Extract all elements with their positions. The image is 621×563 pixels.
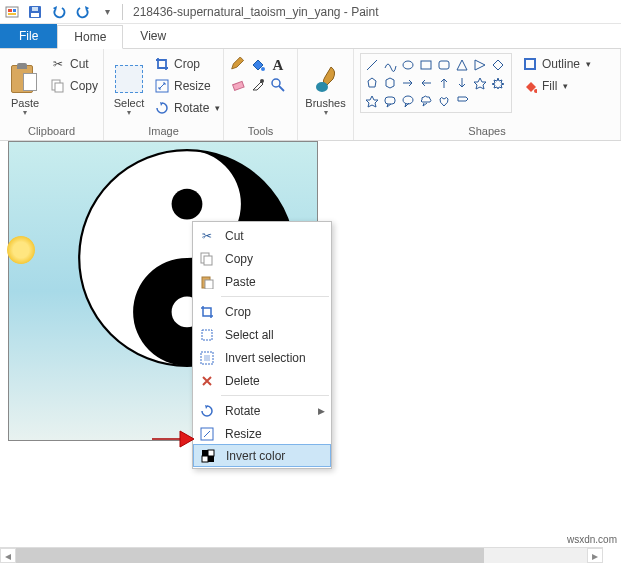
copy-icon — [50, 78, 66, 94]
ctx-crop[interactable]: Crop — [193, 300, 331, 323]
svg-rect-16 — [421, 61, 431, 69]
tab-home[interactable]: Home — [57, 25, 123, 49]
svg-rect-11 — [233, 81, 244, 90]
select-icon — [115, 65, 143, 93]
save-button[interactable] — [24, 2, 46, 22]
outline-button[interactable]: Outline▾ — [518, 53, 595, 74]
outline-icon — [522, 56, 538, 72]
rotate-icon — [197, 403, 217, 419]
group-tools: Tools — [230, 123, 291, 140]
svg-point-13 — [272, 79, 280, 87]
ctx-cut[interactable]: ✂ Cut — [193, 224, 331, 247]
svg-rect-34 — [208, 450, 214, 456]
ctx-delete[interactable]: Delete — [193, 369, 331, 392]
svg-rect-29 — [202, 330, 212, 340]
svg-rect-36 — [208, 456, 214, 462]
rotate-icon — [154, 100, 170, 116]
crop-button[interactable]: Crop — [150, 53, 224, 74]
paste-button[interactable]: Paste ▾ — [6, 53, 44, 119]
group-clipboard: Clipboard — [6, 123, 97, 140]
svg-point-12 — [260, 79, 264, 83]
ctx-invert-selection[interactable]: Invert selection — [193, 346, 331, 369]
svg-point-23 — [172, 189, 203, 220]
ctx-paste[interactable]: Paste — [193, 270, 331, 293]
watermark: wsxdn.com — [567, 534, 617, 545]
rotate-button[interactable]: Rotate▾ — [150, 97, 224, 118]
qat-customize[interactable]: ▾ — [96, 2, 118, 22]
svg-point-14 — [316, 82, 328, 92]
redo-button[interactable] — [72, 2, 94, 22]
ctx-select-all[interactable]: Select all — [193, 323, 331, 346]
annotation-arrow — [150, 427, 196, 451]
text-icon[interactable]: A — [270, 57, 286, 73]
svg-point-10 — [261, 67, 265, 71]
scissors-icon: ✂ — [197, 228, 217, 244]
window-title: 218436-supernatural_taoism_yin_yang - Pa… — [133, 5, 379, 19]
context-menu: ✂ Cut Copy Paste Crop Select all Invert … — [192, 221, 332, 469]
magnifier-icon[interactable] — [270, 77, 286, 93]
fill-button[interactable]: Fill▾ — [518, 75, 595, 96]
ctx-resize[interactable]: Resize — [193, 422, 331, 445]
svg-rect-33 — [202, 450, 208, 456]
select-all-icon — [197, 327, 217, 343]
crop-icon — [154, 56, 170, 72]
svg-rect-28 — [205, 280, 213, 289]
svg-rect-26 — [204, 256, 212, 265]
ctx-invert-color[interactable]: Invert color — [193, 444, 331, 467]
tab-view[interactable]: View — [123, 24, 183, 48]
svg-point-15 — [403, 61, 413, 69]
resize-icon — [154, 78, 170, 94]
svg-rect-20 — [525, 59, 535, 69]
ctx-rotate[interactable]: Rotate ▶ — [193, 399, 331, 422]
scroll-left-button[interactable]: ◂ — [0, 548, 16, 563]
eraser-icon[interactable] — [230, 77, 246, 93]
svg-rect-8 — [55, 83, 63, 92]
select-button[interactable]: Select ▾ — [110, 53, 148, 119]
scroll-right-button[interactable]: ▸ — [587, 548, 603, 563]
scissors-icon: ✂ — [50, 56, 66, 72]
bucket-icon[interactable] — [250, 57, 266, 73]
invert-color-icon — [198, 448, 218, 464]
delete-icon — [197, 373, 217, 389]
copy-icon — [197, 251, 217, 267]
scroll-thumb[interactable] — [16, 548, 484, 563]
paste-icon — [197, 274, 217, 290]
svg-point-21 — [534, 89, 537, 93]
submenu-arrow-icon: ▶ — [318, 406, 325, 416]
svg-rect-35 — [202, 456, 208, 462]
fill-icon — [522, 78, 538, 94]
shapes-gallery[interactable] — [360, 53, 512, 113]
picker-icon[interactable] — [250, 77, 266, 93]
brush-icon — [311, 63, 341, 95]
crop-icon — [197, 304, 217, 320]
svg-rect-31 — [204, 355, 210, 361]
copy-button[interactable]: Copy — [46, 75, 102, 96]
pencil-icon[interactable] — [230, 57, 246, 73]
svg-rect-6 — [32, 7, 38, 11]
svg-rect-3 — [8, 13, 16, 15]
brushes-button[interactable]: Brushes ▾ — [304, 53, 347, 119]
horizontal-scrollbar[interactable]: ◂ ▸ — [0, 547, 603, 563]
svg-rect-5 — [31, 13, 39, 17]
tab-file[interactable]: File — [0, 24, 57, 48]
sun-graphic — [7, 236, 35, 264]
group-image: Image — [110, 123, 217, 140]
app-icon — [4, 4, 20, 20]
svg-rect-1 — [8, 9, 12, 12]
resize-button[interactable]: Resize — [150, 75, 224, 96]
undo-button[interactable] — [48, 2, 70, 22]
ctx-copy[interactable]: Copy — [193, 247, 331, 270]
invert-selection-icon — [197, 350, 217, 366]
svg-rect-2 — [13, 9, 16, 12]
group-shapes: Shapes — [360, 123, 614, 140]
svg-rect-17 — [439, 61, 449, 69]
resize-icon — [197, 426, 217, 442]
cut-button[interactable]: ✂ Cut — [46, 53, 102, 74]
svg-point-19 — [403, 96, 413, 104]
svg-rect-18 — [385, 97, 395, 104]
